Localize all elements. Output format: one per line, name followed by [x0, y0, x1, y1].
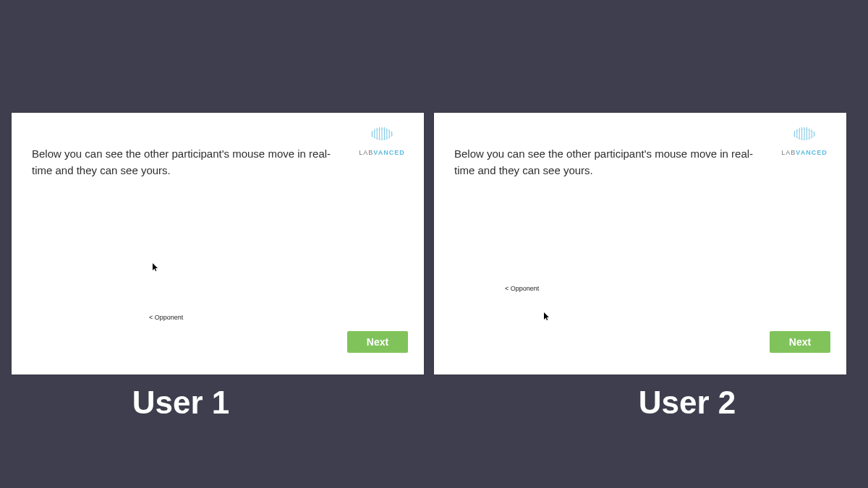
brand-logo: LABVANCED: [356, 126, 408, 156]
opponent-cursor-label: < Opponent: [149, 314, 183, 321]
instruction-text: Below you can see the other participant'…: [454, 146, 758, 179]
brand-logo: LABVANCED: [778, 126, 830, 156]
next-button[interactable]: Next: [347, 331, 408, 353]
brain-icon: [370, 126, 394, 145]
user-label-right: User 2: [579, 385, 796, 421]
opponent-cursor-label: < Opponent: [505, 285, 539, 292]
brain-icon: [792, 126, 817, 145]
cursor-icon: [544, 312, 550, 322]
user-labels-row: User 1 User 2: [0, 385, 868, 421]
cursor-icon: [153, 263, 158, 273]
experiment-panel-user2: Below you can see the other participant'…: [434, 113, 846, 374]
panel-row: Below you can see the other participant'…: [12, 113, 856, 374]
brand-text: LABVANCED: [778, 149, 830, 156]
brand-text: LABVANCED: [356, 149, 408, 156]
next-button[interactable]: Next: [770, 331, 830, 353]
instruction-text: Below you can see the other participant'…: [32, 146, 336, 179]
experiment-panel-user1: Below you can see the other participant'…: [12, 113, 424, 374]
user-label-left: User 1: [72, 385, 289, 421]
